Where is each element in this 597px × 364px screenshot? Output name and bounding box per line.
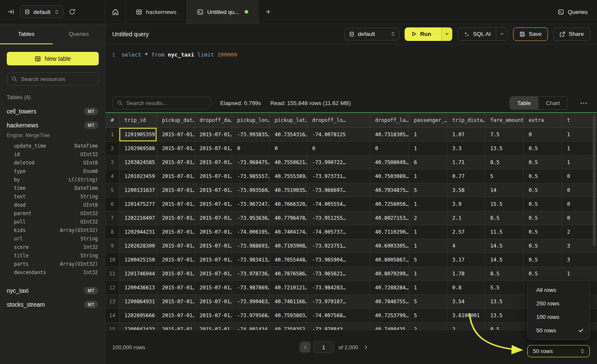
table-cell[interactable]: 5: [485, 170, 524, 183]
table-cell[interactable]: 40.7655448…: [270, 253, 307, 267]
table-cell[interactable]: -73.966697…: [307, 183, 370, 197]
table-cell[interactable]: 40.7508049…: [370, 156, 409, 170]
table-cell[interactable]: 0: [307, 142, 370, 156]
table-cell[interactable]: 2015-07-01…: [194, 309, 232, 323]
table-cell[interactable]: 2015-07-01…: [157, 295, 194, 309]
table-cell[interactable]: 1: [409, 225, 447, 239]
table-cell[interactable]: -73.965904…: [307, 253, 370, 267]
table-cell[interactable]: 40.7253799…: [370, 309, 409, 323]
table-cell[interactable]: 2.57: [447, 225, 485, 239]
table-cell[interactable]: -74.0078125: [307, 128, 370, 142]
rows-per-page-select[interactable]: 50 rows: [527, 345, 590, 357]
table-cell[interactable]: 1202628300: [119, 239, 157, 253]
table-cell[interactable]: 1: [562, 156, 597, 170]
table-cell[interactable]: 0: [270, 142, 307, 156]
run-options-caret[interactable]: [441, 27, 452, 41]
table-cell[interactable]: 1: [562, 142, 597, 156]
table-cell[interactable]: 2015-07-01…: [194, 323, 232, 330]
table-cell[interactable]: 0.5: [524, 142, 562, 156]
table-cell[interactable]: 1200436613: [119, 281, 157, 295]
rows-menu-item[interactable]: 50 rows: [528, 324, 590, 337]
table-cell[interactable]: 0.5: [524, 239, 562, 253]
table-cell[interactable]: 2015-07-01…: [157, 183, 194, 197]
table-cell[interactable]: 2015-07-01…: [194, 239, 232, 253]
row-number[interactable]: 1: [105, 128, 119, 142]
vertical-scrollbar[interactable]: [593, 115, 596, 246]
table-cell[interactable]: 40.7193908…: [270, 239, 307, 253]
database-selector-topbar[interactable]: default: [20, 5, 63, 18]
rows-menu-item[interactable]: All rows: [528, 283, 590, 297]
table-cell[interactable]: 40.7666320…: [270, 197, 307, 211]
table-cell[interactable]: -73.973731…: [307, 170, 370, 183]
table-cell[interactable]: 8.5: [485, 267, 524, 281]
table-cell[interactable]: 1200864931: [119, 295, 157, 309]
view-toggle-chart[interactable]: Chart: [538, 97, 567, 109]
table-cell[interactable]: 40.7350352: [270, 323, 307, 330]
table-cell[interactable]: 5: [409, 253, 447, 267]
table-cell[interactable]: 2015-07-01…: [194, 197, 232, 211]
table-cell[interactable]: 1201023459: [119, 170, 157, 183]
table-cell[interactable]: 2015-07-01…: [194, 281, 232, 295]
table-cell[interactable]: -73.993835…: [232, 128, 270, 142]
table-cell[interactable]: 0.5: [524, 183, 562, 197]
table-cell[interactable]: 1202989588: [119, 142, 157, 156]
table-cell[interactable]: 0.5: [524, 156, 562, 170]
table-cell[interactable]: 2015-07-01…: [157, 128, 194, 142]
results-more-button[interactable]: [577, 100, 590, 106]
table-cell[interactable]: -73.965621…: [307, 267, 370, 281]
table-cell[interactable]: 40.7408435: [370, 323, 409, 330]
row-number[interactable]: 12: [105, 281, 119, 295]
table-cell[interactable]: 1: [409, 267, 447, 281]
table-cell[interactable]: 2015-07-01…: [157, 309, 194, 323]
table-cell[interactable]: 0.77: [447, 170, 485, 183]
table-cell[interactable]: 5: [409, 295, 447, 309]
table-cell[interactable]: 40.7593803…: [270, 309, 307, 323]
table-cell[interactable]: 8.5: [485, 156, 524, 170]
sidebar-table-stocks-stream[interactable]: stocks_stream MT: [0, 297, 105, 311]
resource-search-input[interactable]: [21, 76, 94, 82]
table-cell[interactable]: 2015-07-01…: [157, 170, 194, 183]
row-number[interactable]: 2: [105, 142, 119, 156]
table-cell[interactable]: 40.7256050…: [370, 197, 409, 211]
database-selector-query[interactable]: default: [344, 28, 400, 40]
table-cell[interactable]: 14.5: [485, 253, 524, 267]
table-cell[interactable]: 2: [409, 323, 447, 330]
table-cell[interactable]: 2015-07-01…: [194, 142, 232, 156]
table-cell[interactable]: 2: [562, 225, 597, 239]
table-cell[interactable]: -73.970843: [307, 323, 370, 330]
row-number[interactable]: 9: [105, 239, 119, 253]
row-number[interactable]: 6: [105, 197, 119, 211]
table-cell[interactable]: 40.7555389…: [270, 170, 307, 183]
row-number[interactable]: 3: [105, 156, 119, 170]
table-cell[interactable]: 2: [447, 323, 485, 330]
table-cell[interactable]: 8.5: [485, 211, 524, 225]
table-cell[interactable]: -73.984283…: [307, 281, 370, 295]
column-header[interactable]: extra: [524, 113, 562, 128]
table-cell[interactable]: 2015-07-01…: [194, 156, 232, 170]
table-cell[interactable]: -73.923751…: [307, 239, 370, 253]
table-cell[interactable]: 0.5: [524, 225, 562, 239]
table-cell[interactable]: 1.07: [447, 128, 485, 142]
table-cell[interactable]: 0: [232, 142, 270, 156]
tab-hackernews[interactable]: hackernews: [126, 0, 187, 24]
table-cell[interactable]: -73.988693…: [232, 239, 270, 253]
table-cell[interactable]: 40.7288284…: [370, 281, 409, 295]
table-cell[interactable]: 1203824585: [119, 156, 157, 170]
table-cell[interactable]: -73.983413…: [232, 253, 270, 267]
table-cell[interactable]: 13.5: [485, 295, 524, 309]
rows-menu-item[interactable]: 100 rows: [528, 310, 590, 324]
column-header[interactable]: trip_dista…: [447, 113, 485, 128]
table-cell[interactable]: 1: [409, 128, 447, 142]
table-cell[interactable]: 2015-07-01…: [194, 225, 232, 239]
run-button[interactable]: Run: [405, 27, 452, 41]
table-cell[interactable]: 0.5: [524, 253, 562, 267]
page-number-input[interactable]: [313, 341, 334, 353]
table-cell[interactable]: 1: [409, 197, 447, 211]
row-number[interactable]: 10: [105, 253, 119, 267]
table-cell[interactable]: 0.5: [524, 170, 562, 183]
table-cell[interactable]: -73.979568…: [232, 309, 270, 323]
table-cell[interactable]: 3: [562, 253, 597, 267]
sidebar-table-cell-towers[interactable]: cell_towers MT: [0, 104, 105, 118]
table-cell[interactable]: 2015-07-01…: [194, 128, 232, 142]
table-cell[interactable]: -74.007568…: [307, 309, 370, 323]
